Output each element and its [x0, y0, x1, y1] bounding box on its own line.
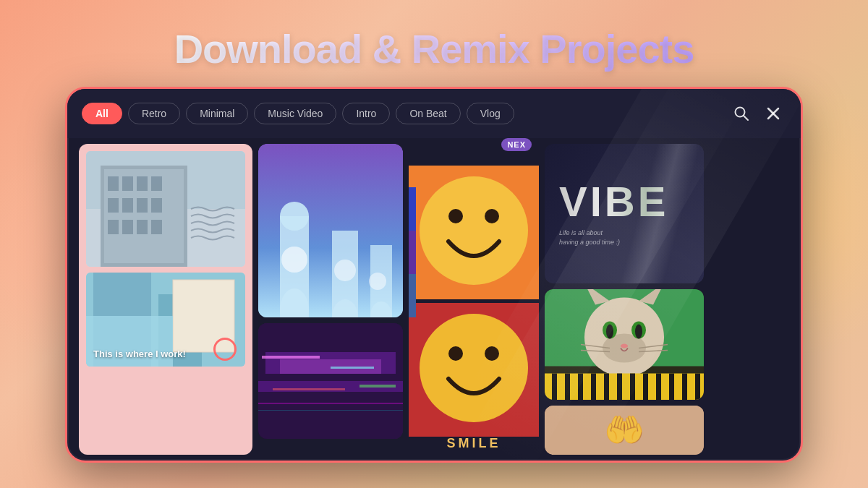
card-cat — [545, 289, 704, 400]
svg-rect-12 — [108, 198, 119, 213]
filter-music-video[interactable]: Music Video — [254, 103, 336, 124]
svg-point-28 — [280, 202, 309, 231]
svg-rect-79 — [643, 374, 648, 401]
filter-vlog[interactable]: Vlog — [467, 103, 514, 124]
filter-intro[interactable]: Intro — [342, 103, 390, 124]
svg-rect-9 — [122, 176, 133, 191]
svg-rect-44 — [359, 385, 396, 388]
svg-point-35 — [369, 273, 386, 290]
close-button[interactable] — [760, 100, 786, 127]
svg-rect-11 — [151, 176, 162, 191]
svg-point-65 — [635, 325, 642, 339]
device-frame: All Retro Minimal Music Video Intro On B… — [65, 87, 803, 463]
nex-badge: NEX — [501, 138, 532, 151]
card-glitch — [258, 323, 403, 439]
svg-point-34 — [334, 260, 356, 281]
search-button[interactable] — [728, 100, 754, 127]
svg-rect-43 — [273, 388, 345, 390]
card-drip[interactable] — [258, 144, 403, 455]
card-hands: 🤲 — [545, 406, 704, 455]
smiley-svg: SMILE — [409, 144, 539, 455]
card-architecture-text: This is where I work! — [93, 348, 186, 359]
svg-rect-17 — [122, 220, 133, 234]
svg-rect-46 — [258, 410, 403, 411]
svg-rect-15 — [151, 198, 162, 213]
svg-text:🤲: 🤲 — [604, 411, 645, 450]
svg-rect-78 — [630, 374, 635, 401]
svg-point-51 — [485, 209, 499, 223]
card-architecture-top — [86, 151, 245, 267]
svg-rect-76 — [604, 374, 609, 401]
svg-rect-18 — [137, 220, 148, 234]
close-icon — [767, 107, 780, 120]
svg-point-55 — [485, 346, 499, 361]
svg-rect-81 — [669, 374, 674, 401]
svg-rect-77 — [617, 374, 622, 401]
svg-rect-45 — [258, 403, 403, 404]
svg-rect-74 — [578, 374, 583, 401]
svg-point-33 — [281, 247, 307, 273]
svg-point-53 — [420, 314, 528, 422]
svg-rect-73 — [565, 374, 570, 401]
filter-all[interactable]: All — [82, 103, 122, 124]
svg-point-66 — [621, 344, 628, 348]
content-grid: This is where I work! — [67, 138, 801, 461]
svg-rect-41 — [262, 356, 320, 359]
svg-line-1 — [744, 116, 748, 120]
svg-text:SMILE: SMILE — [446, 436, 501, 450]
svg-rect-82 — [682, 374, 687, 401]
card-vibe-cat[interactable]: VIBE Life is all abouthaving a good time… — [545, 144, 704, 455]
search-icon — [733, 106, 749, 121]
svg-rect-10 — [137, 176, 148, 191]
svg-point-49 — [420, 176, 528, 285]
svg-rect-75 — [591, 374, 596, 401]
svg-point-50 — [448, 209, 463, 223]
svg-rect-42 — [331, 367, 374, 369]
svg-rect-19 — [151, 220, 162, 234]
filter-on-beat[interactable]: On Beat — [396, 103, 460, 124]
card-architecture-circle — [213, 338, 237, 361]
card-vibe: VIBE Life is all abouthaving a good time… — [545, 144, 704, 283]
svg-rect-83 — [695, 374, 700, 401]
card-smiley-sidebars — [409, 187, 416, 317]
filter-bar: All Retro Minimal Music Video Intro On B… — [67, 89, 801, 138]
card-architecture[interactable]: This is where I work! — [79, 144, 252, 455]
svg-point-54 — [448, 346, 463, 361]
svg-rect-80 — [656, 374, 661, 401]
svg-point-64 — [606, 325, 613, 339]
svg-rect-16 — [108, 220, 119, 234]
filter-retro[interactable]: Retro — [128, 103, 180, 124]
filter-minimal[interactable]: Minimal — [186, 103, 248, 124]
svg-rect-14 — [137, 198, 148, 213]
svg-rect-13 — [122, 198, 133, 213]
svg-rect-8 — [108, 176, 119, 191]
card-smiley[interactable]: NEX — [409, 144, 539, 455]
card-architecture-bottom: This is where I work! — [86, 273, 245, 367]
page-title: Download & Remix Projects — [174, 25, 694, 72]
page-wrapper: Download & Remix Projects All Retro Mini… — [65, 25, 803, 463]
svg-rect-72 — [552, 374, 557, 401]
card-drip-top — [258, 144, 403, 317]
